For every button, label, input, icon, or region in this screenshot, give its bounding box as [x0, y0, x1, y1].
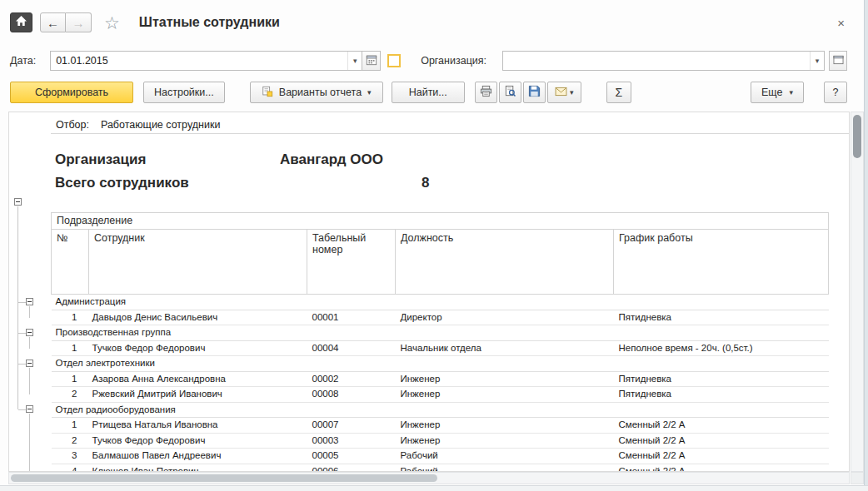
- group-gutter: [9, 112, 51, 471]
- group-row[interactable]: Администрация: [52, 295, 829, 310]
- sum-button[interactable]: Σ: [606, 82, 631, 103]
- report-filter-row: Отбор:Работающие сотрудники: [51, 116, 850, 134]
- tree-line: [18, 302, 26, 303]
- forward-button[interactable]: →: [66, 12, 92, 32]
- cell-schedule: Пятидневка: [614, 387, 829, 403]
- report-table: Подразделение № Сотрудник Табельный номе…: [51, 212, 829, 472]
- cell-employee: Ржевский Дмитрий Иванович: [89, 387, 307, 403]
- mail-button[interactable]: ▾: [547, 82, 581, 103]
- report-window: ← → ☆ Штатные сотрудники × Дата: ▾ Орган…: [0, 0, 868, 491]
- favorites-star-icon[interactable]: ☆: [104, 14, 120, 32]
- cell-schedule: Сменный 2/2 А: [614, 464, 829, 472]
- cell-tab_number: 00005: [307, 449, 396, 464]
- collapse-group-button[interactable]: [26, 298, 33, 305]
- save-icon: [528, 85, 541, 100]
- home-button[interactable]: [10, 12, 32, 32]
- filter-label: Отбор:: [56, 119, 89, 131]
- report-sheet: Отбор:Работающие сотрудники ОрганизацияА…: [51, 112, 850, 471]
- date-input[interactable]: [51, 52, 347, 70]
- find-button[interactable]: Найти...: [392, 82, 465, 103]
- group-name: Отдел радиооборудования: [52, 402, 829, 418]
- calendar-icon: [366, 54, 377, 68]
- report-organization-value: Авангард ООО: [280, 151, 383, 167]
- page-title: Штатные сотрудники: [139, 15, 280, 30]
- close-icon[interactable]: ×: [833, 14, 849, 32]
- choose-form-icon: [833, 55, 844, 67]
- mail-icon: [555, 87, 567, 99]
- print-button[interactable]: [475, 82, 497, 103]
- report-variants-label: Варианты отчета: [279, 87, 362, 98]
- cell-schedule: Неполное время - 20ч. (0,5ст.): [614, 340, 829, 356]
- horizontal-scrollbar-thumb[interactable]: [11, 474, 437, 482]
- organization-label: Организация:: [421, 55, 486, 67]
- cell-num: 3: [52, 449, 89, 464]
- column-header-employee: Сотрудник: [89, 230, 307, 295]
- employee-row[interactable]: 1Тучков Федор Федорович00004Начальник от…: [52, 340, 829, 356]
- tree-line: [18, 333, 26, 334]
- collapse-group-button[interactable]: [26, 329, 33, 336]
- settings-button[interactable]: Настройки...: [143, 82, 225, 103]
- generate-button-label: Сформировать: [35, 87, 108, 98]
- group-row[interactable]: Отдел электротехники: [52, 356, 829, 372]
- cell-schedule: Пятидневка: [614, 310, 829, 325]
- column-header-row: № Сотрудник Табельный номер Должность Гр…: [52, 230, 829, 295]
- calendar-button[interactable]: [362, 51, 381, 71]
- group-row[interactable]: Производственная группа: [52, 325, 829, 341]
- report-total-row: Всего сотрудников8: [51, 171, 850, 195]
- cell-tab_number: 00007: [307, 418, 396, 434]
- cell-num: 1: [52, 418, 89, 434]
- vertical-scrollbar-thumb[interactable]: [853, 115, 861, 158]
- subdivision-header-row: Подразделение: [52, 213, 829, 230]
- cell-employee: Давыдов Денис Васильевич: [89, 310, 307, 325]
- organization-dropdown-icon[interactable]: ▾: [810, 52, 824, 70]
- employee-row[interactable]: 1Давыдов Денис Васильевич00001ДиректорПя…: [52, 310, 829, 325]
- organization-input[interactable]: [503, 52, 810, 70]
- column-header-schedule: График работы: [614, 230, 829, 295]
- date-dropdown-icon[interactable]: ▾: [347, 52, 362, 70]
- back-button[interactable]: ←: [40, 12, 66, 32]
- back-icon: ←: [47, 16, 59, 30]
- cell-employee: Балмашов Павел Андреевич: [89, 449, 307, 464]
- generate-button[interactable]: Сформировать: [10, 82, 133, 103]
- report-total-value: 8: [422, 175, 429, 191]
- more-button-label: Еще: [761, 87, 782, 98]
- cell-num: 1: [52, 310, 89, 325]
- home-icon: [15, 15, 27, 30]
- group-name: Производственная группа: [52, 325, 829, 341]
- collapse-group-button[interactable]: [26, 405, 33, 413]
- employee-row[interactable]: 1Ртищева Наталья Ивановна00007ИнженерСме…: [52, 418, 829, 434]
- employee-row[interactable]: 3Балмашов Павел Андреевич00005РабочийСме…: [52, 449, 829, 464]
- report-organization-label: Организация: [55, 148, 280, 171]
- mail-dropdown-icon: ▾: [570, 88, 574, 97]
- vertical-scrollbar[interactable]: [851, 112, 864, 472]
- report-variants-button[interactable]: Варианты отчета ▾: [250, 82, 383, 103]
- preview-button[interactable]: [499, 82, 521, 103]
- tree-line: [29, 368, 30, 394]
- help-button[interactable]: ?: [824, 82, 847, 103]
- tree-line: [29, 414, 30, 471]
- employee-row[interactable]: 2Тучков Федор Федорович00003ИнженерСменн…: [52, 433, 829, 449]
- tree-line: [17, 206, 18, 409]
- subdivision-header: Подразделение: [52, 213, 829, 230]
- more-button[interactable]: Еще ▾: [751, 82, 804, 103]
- collapse-group-button[interactable]: [14, 198, 22, 206]
- print-icon: [480, 85, 492, 100]
- group-row[interactable]: Отдел радиооборудования: [52, 402, 829, 418]
- report-area: Отбор:Работающие сотрудники ОрганизацияА…: [8, 112, 850, 472]
- tree-line: [29, 337, 30, 349]
- cell-position: Начальник отдела: [396, 340, 614, 356]
- employee-row[interactable]: 2Ржевский Дмитрий Иванович00008ИнженерПя…: [52, 387, 829, 403]
- tree-line: [29, 306, 30, 318]
- report-total-label: Всего сотрудников: [55, 171, 422, 195]
- cell-position: Рабочий: [396, 464, 614, 472]
- cell-num: 2: [52, 387, 89, 403]
- save-button[interactable]: [523, 82, 546, 103]
- help-button-label: ?: [833, 87, 839, 98]
- organization-checkbox[interactable]: [387, 54, 401, 67]
- choose-organization-button[interactable]: [829, 51, 847, 71]
- employee-row[interactable]: 4Клюшов Иван Петрович00006РабочийСменный…: [52, 464, 829, 472]
- group-name: Отдел электротехники: [52, 356, 829, 372]
- collapse-group-button[interactable]: [26, 360, 33, 367]
- employee-row[interactable]: 1Азарова Анна Александровна00002ИнженерП…: [52, 371, 829, 387]
- horizontal-scrollbar[interactable]: [8, 472, 850, 484]
